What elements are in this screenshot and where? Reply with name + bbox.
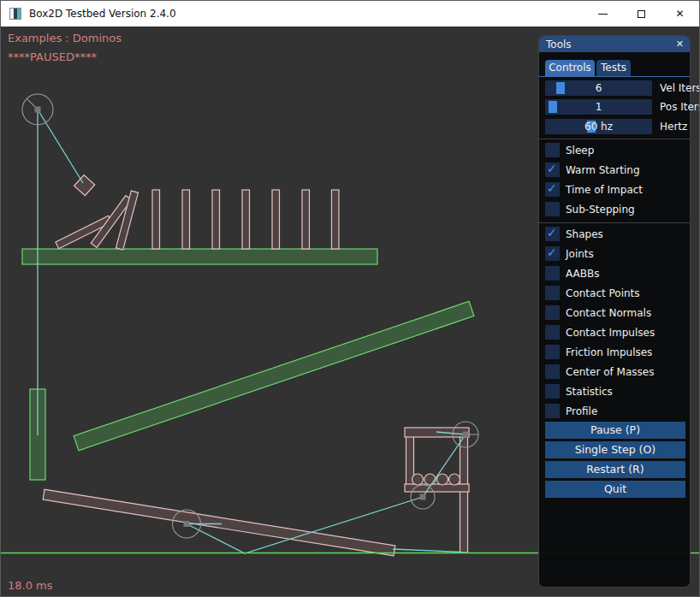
checkbox-shapes[interactable]: ✓ Shapes: [545, 227, 603, 241]
checkbox-label: Shapes: [566, 228, 603, 240]
checkbox-box: ✓: [545, 345, 560, 359]
checkbox-box: ✓: [545, 325, 560, 340]
checkbox-box: ✓: [545, 246, 560, 261]
tools-panel-close-icon[interactable]: ✕: [676, 38, 684, 50]
shelf-ball: [424, 474, 436, 485]
checkbox-label: AABBs: [566, 268, 599, 280]
minimize-icon: —: [598, 8, 608, 20]
checkbox-contact-normals[interactable]: ✓ Contact Normals: [545, 305, 651, 320]
checkbox-warm-starting[interactable]: ✓ Warm Starting: [545, 163, 640, 177]
check-icon: ✓: [547, 181, 557, 195]
example-label: Examples : Dominos: [8, 32, 122, 44]
checkbox-box: ✓: [545, 305, 560, 320]
shelf-ball: [412, 474, 424, 485]
pause-button[interactable]: Pause (P): [545, 422, 685, 439]
checkbox-joints[interactable]: ✓ Joints: [545, 246, 594, 261]
tools-panel-title: Tools: [546, 38, 572, 50]
quit-button[interactable]: Quit: [545, 481, 685, 498]
tools-panel: Tools ✕ Controls Tests 6 Vel Iters 1 Pos…: [538, 35, 691, 588]
checkbox-label: Sleep: [566, 145, 594, 157]
tab-tests[interactable]: Tests: [596, 60, 631, 76]
close-icon: ✕: [675, 8, 684, 20]
checkbox-label: Contact Normals: [566, 307, 651, 319]
checkbox-label: Center of Masses: [566, 366, 654, 378]
pendulum-box: [74, 175, 95, 196]
tab-label: Controls: [549, 62, 591, 74]
app-window: Box2D Testbed Version 2.4.0 — ✕: [0, 0, 700, 597]
checkbox-contact-points[interactable]: ✓ Contact Points: [545, 286, 640, 300]
checkbox-box: ✓: [545, 384, 560, 399]
joint-anchor: [463, 432, 469, 438]
hertz-label: Hertz: [660, 119, 687, 134]
joint-anchor: [184, 521, 190, 527]
checkbox-label: Joints: [566, 248, 594, 260]
shelf-ball: [437, 474, 448, 485]
slider-value: 1: [545, 99, 652, 115]
window-titlebar[interactable]: Box2D Testbed Version 2.4.0 — ✕: [1, 1, 699, 27]
tab-label: Tests: [601, 62, 626, 74]
domino: [242, 190, 250, 249]
checkbox-box: ✓: [545, 266, 560, 281]
checkbox-box: ✓: [545, 182, 560, 197]
tools-panel-titlebar[interactable]: Tools ✕: [539, 36, 690, 52]
tab-underline: [539, 76, 690, 77]
checkbox-profile[interactable]: ✓ Profile: [545, 404, 597, 418]
separator: [539, 222, 690, 223]
close-button[interactable]: ✕: [661, 1, 699, 27]
checkbox-time-of-impact[interactable]: ✓ Time of Impact: [545, 182, 643, 197]
single-step-button[interactable]: Single Step (O): [545, 441, 685, 458]
checkbox-box: ✓: [545, 202, 560, 216]
separator: [539, 139, 690, 139]
restart-button[interactable]: Restart (R): [545, 461, 685, 478]
rope-joint: [38, 109, 83, 183]
domino: [182, 190, 190, 249]
checkbox-center-of-masses[interactable]: ✓ Center of Masses: [545, 364, 654, 379]
paused-label: ****PAUSED****: [8, 50, 97, 63]
checkbox-label: Sub-Stepping: [566, 204, 635, 216]
checkbox-box: ✓: [545, 143, 560, 157]
hertz-slider[interactable]: 60 hz: [545, 119, 652, 134]
window-title: Box2D Testbed Version 2.4.0: [29, 8, 176, 20]
shelf-ball: [449, 474, 460, 485]
domino: [302, 190, 310, 249]
checkbox-label: Friction Impulses: [566, 346, 652, 358]
vel-iters-label: Vel Iters: [660, 80, 700, 96]
check-icon: ✓: [547, 226, 557, 239]
checkbox-box: ✓: [545, 364, 560, 379]
tab-controls[interactable]: Controls: [545, 60, 595, 76]
minimize-button[interactable]: —: [584, 1, 622, 27]
checkbox-friction-impulses[interactable]: ✓ Friction Impulses: [545, 345, 652, 359]
check-icon: ✓: [547, 245, 557, 259]
domino: [332, 190, 340, 249]
checkbox-box: ✓: [545, 286, 560, 300]
slider-value: 6: [545, 80, 652, 96]
maximize-icon: [638, 10, 645, 18]
domino: [272, 190, 280, 249]
checkbox-box: ✓: [545, 227, 560, 241]
joint-anchor: [35, 107, 41, 113]
checkbox-sleep[interactable]: ✓ Sleep: [545, 143, 594, 157]
checkbox-contact-impulses[interactable]: ✓ Contact Impulses: [545, 325, 655, 340]
pos-iters-slider[interactable]: 1: [545, 99, 652, 115]
checkbox-box: ✓: [545, 163, 560, 177]
checkbox-label: Statistics: [566, 386, 613, 398]
vel-iters-slider[interactable]: 6: [545, 80, 652, 96]
pos-iters-label: Pos Iters: [660, 99, 700, 115]
checkbox-box: ✓: [545, 404, 560, 418]
app-icon: [9, 8, 21, 20]
check-icon: ✓: [547, 162, 557, 175]
domino: [152, 190, 160, 249]
checkbox-label: Time of Impact: [566, 184, 643, 196]
platform-green: [22, 249, 377, 264]
domino: [212, 190, 220, 249]
frame-time-label: 18.0 ms: [8, 579, 53, 592]
checkbox-aabbs[interactable]: ✓ AABBs: [545, 266, 599, 281]
slider-value: 60 hz: [545, 119, 652, 134]
checkbox-sub-stepping[interactable]: ✓ Sub-Stepping: [545, 202, 635, 216]
checkbox-label: Warm Starting: [566, 164, 640, 176]
rope-joint: [393, 549, 462, 553]
checkbox-label: Contact Points: [566, 287, 640, 299]
checkbox-statistics[interactable]: ✓ Statistics: [545, 384, 613, 399]
checkbox-label: Profile: [566, 405, 597, 417]
maximize-button[interactable]: [622, 1, 661, 27]
